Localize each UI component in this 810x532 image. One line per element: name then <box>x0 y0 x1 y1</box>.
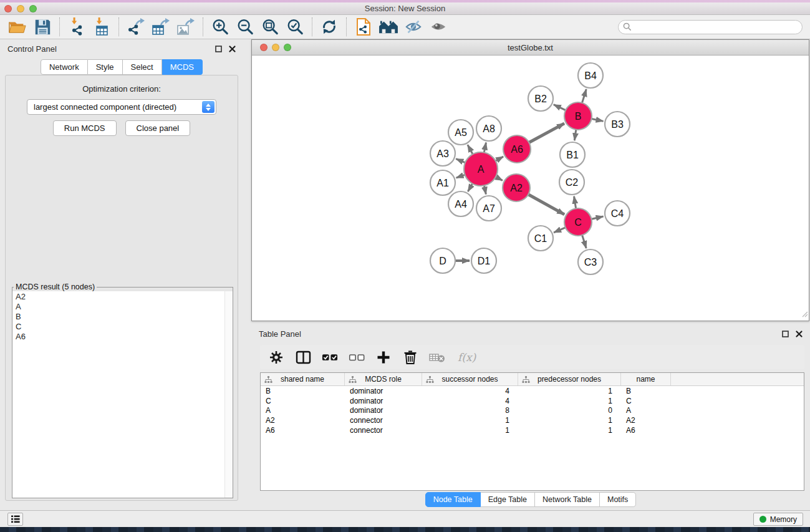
minimize-window-button[interactable] <box>17 5 24 12</box>
resize-grip-icon[interactable] <box>801 309 808 320</box>
network-window-titlebar[interactable]: testGlobe.txt <box>252 40 809 56</box>
column-label: successor nodes <box>441 375 498 384</box>
edge-A-A6 <box>495 157 503 161</box>
tab-network-table[interactable]: Network Table <box>535 492 600 507</box>
export-table-icon[interactable] <box>148 16 173 37</box>
table-cell: A2 <box>621 416 671 425</box>
dropdown-stepper-icon <box>202 101 215 113</box>
network-minimize-button[interactable] <box>272 44 279 51</box>
float-table-panel-icon[interactable] <box>782 331 789 337</box>
show-all-icon[interactable] <box>426 16 451 37</box>
column-label: predecessor nodes <box>538 375 601 384</box>
table-cell: 4 <box>422 397 518 405</box>
edge-A-A4 <box>468 183 473 191</box>
task-history-button[interactable] <box>7 513 23 526</box>
save-session-icon[interactable] <box>30 16 55 37</box>
destroy-table-icon[interactable] <box>429 349 445 365</box>
function-builder-button[interactable]: f(x) <box>458 351 476 364</box>
edge-A-A3 <box>456 159 466 163</box>
tab-network[interactable]: Network <box>41 59 88 75</box>
zoom-fit-icon[interactable] <box>258 16 282 37</box>
control-panel-title: Control Panel <box>7 44 57 54</box>
window-controls <box>4 5 37 12</box>
mcds-tab-content: Optimization criterion: largest connecte… <box>5 75 238 501</box>
split-view-icon[interactable] <box>295 349 311 365</box>
table-row[interactable]: A2connector11A2 <box>261 415 804 425</box>
search-icon <box>623 22 632 34</box>
node-label-A3: A3 <box>436 148 449 159</box>
close-panel-icon[interactable] <box>229 46 236 52</box>
zoom-in-icon[interactable] <box>208 16 233 37</box>
node-table: shared nameMCDS rolesuccessor nodesprede… <box>260 372 804 491</box>
float-panel-icon[interactable] <box>215 46 222 52</box>
edge-A-A8 <box>484 143 486 153</box>
column-header-successor-nodes[interactable]: successor nodes <box>422 373 518 385</box>
table-row[interactable]: Adominator80A <box>261 406 804 416</box>
table-cell: 1 <box>422 426 518 435</box>
tab-mcds[interactable]: MCDS <box>162 59 203 75</box>
export-network-icon[interactable] <box>123 16 148 37</box>
zoom-selected-icon[interactable] <box>282 16 307 37</box>
select-all-icon[interactable] <box>322 349 338 365</box>
toolbar-separator <box>203 17 203 36</box>
result-item[interactable]: A2 <box>16 292 233 302</box>
zoom-out-icon[interactable] <box>233 16 258 37</box>
import-table-icon[interactable] <box>89 16 114 37</box>
column-header-MCDS-role[interactable]: MCDS role <box>345 373 422 385</box>
tab-motifs[interactable]: Motifs <box>600 492 636 507</box>
zoom-window-button[interactable] <box>29 5 37 12</box>
node-label-A4: A4 <box>455 199 467 210</box>
open-file-icon[interactable] <box>5 16 30 37</box>
column-header-predecessor-nodes[interactable]: predecessor nodes <box>518 373 621 385</box>
search-input[interactable] <box>618 20 803 34</box>
network-close-button[interactable] <box>260 44 268 51</box>
hide-selected-icon[interactable] <box>401 16 426 37</box>
export-image-icon[interactable] <box>173 16 198 37</box>
toolbar-separator <box>59 17 60 36</box>
run-mcds-button[interactable]: Run MCDS <box>53 120 117 136</box>
refresh-layout-icon[interactable] <box>317 16 342 37</box>
tab-node-table[interactable]: Node Table <box>425 492 481 507</box>
list-icon <box>11 515 20 523</box>
table-cell: dominator <box>345 397 422 405</box>
main-toolbar <box>0 15 810 39</box>
result-item[interactable]: B <box>16 312 233 322</box>
toolbar-separator <box>312 17 312 36</box>
edge-A2-C <box>528 194 564 215</box>
network-canvas[interactable]: B4B2BB3B1A5A8A6A3AA1A2C2A4A7CC4C1C3DD1 <box>252 56 809 321</box>
mcds-result-title: MCDS result (5 nodes) <box>14 283 97 291</box>
home-layout-icon[interactable] <box>376 16 401 37</box>
criterion-dropdown[interactable]: largest connected component (directed) <box>27 99 216 115</box>
delete-row-icon[interactable] <box>402 349 418 365</box>
import-network-icon[interactable] <box>64 16 89 37</box>
result-list-scrollbar[interactable] <box>224 291 233 498</box>
column-header-name[interactable]: name <box>621 373 671 385</box>
tab-select[interactable]: Select <box>123 59 162 75</box>
clone-network-icon[interactable] <box>351 16 376 37</box>
table-settings-icon[interactable] <box>268 349 284 365</box>
result-item[interactable]: C <box>16 322 233 332</box>
node-label-B4: B4 <box>584 70 597 81</box>
table-panel: Table Panel f(x) shared nameMCDS rolesuc… <box>251 324 810 508</box>
control-panel-header: Control Panel <box>0 39 243 58</box>
edge-A-A1 <box>456 175 466 178</box>
tab-edge-table[interactable]: Edge Table <box>481 492 535 507</box>
table-cell: 1 <box>518 397 621 405</box>
table-row[interactable]: Bdominator41B <box>261 386 804 396</box>
network-graph: B4B2BB3B1A5A8A6A3AA1A2C2A4A7CC4C1C3DD1 <box>252 56 809 321</box>
optimization-criterion-label: Optimization criterion: <box>6 84 238 94</box>
tab-style[interactable]: Style <box>88 59 123 75</box>
close-panel-button[interactable]: Close panel <box>125 120 191 136</box>
network-zoom-button[interactable] <box>284 44 291 51</box>
close-table-panel-icon[interactable] <box>796 331 803 337</box>
result-item[interactable]: A <box>16 302 233 312</box>
deselect-all-icon[interactable] <box>349 349 365 365</box>
result-item[interactable]: A6 <box>16 332 233 342</box>
memory-button[interactable]: Memory <box>753 513 803 526</box>
close-window-button[interactable] <box>4 5 12 12</box>
column-header-shared-name[interactable]: shared name <box>261 373 345 385</box>
add-row-icon[interactable] <box>375 349 392 365</box>
desktop-strip-bottom <box>0 527 810 532</box>
table-row[interactable]: A6connector11A6 <box>261 425 804 435</box>
table-row[interactable]: Cdominator41C <box>261 396 804 406</box>
